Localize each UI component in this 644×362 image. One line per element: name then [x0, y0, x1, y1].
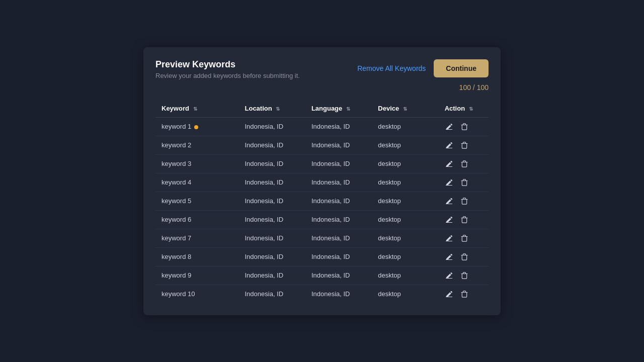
- location-cell: Indonesia, ID: [239, 117, 305, 136]
- language-cell: Indonesia, ID: [305, 136, 372, 154]
- keyword-cell: keyword 7: [155, 229, 239, 247]
- location-cell: Indonesia, ID: [239, 136, 305, 154]
- device-cell: desktop: [372, 285, 438, 303]
- svg-rect-8: [446, 278, 452, 279]
- preview-keywords-modal: Preview Keywords Review your added keywo…: [143, 47, 501, 315]
- keywords-table-container: Keyword ⇅ Location ⇅ Language ⇅ Device ⇅: [155, 100, 489, 303]
- keywords-table: Keyword ⇅ Location ⇅ Language ⇅ Device ⇅: [155, 100, 489, 303]
- location-cell: Indonesia, ID: [239, 154, 305, 173]
- keyword-cell: keyword 6: [155, 210, 239, 229]
- svg-rect-0: [446, 129, 452, 130]
- device-cell: desktop: [372, 210, 438, 229]
- delete-button[interactable]: [460, 215, 469, 224]
- action-cell: [439, 117, 489, 136]
- remove-all-keywords-button[interactable]: Remove All Keywords: [357, 62, 426, 74]
- language-cell: Indonesia, ID: [305, 210, 372, 229]
- svg-rect-1: [446, 148, 452, 148]
- delete-button[interactable]: [460, 159, 469, 168]
- svg-rect-5: [446, 222, 452, 223]
- language-cell: Indonesia, ID: [305, 285, 372, 303]
- modal-header: Preview Keywords Review your added keywo…: [155, 59, 489, 79]
- header-right: Remove All Keywords Continue: [357, 59, 489, 77]
- svg-rect-4: [446, 204, 452, 204]
- sort-icon-keyword[interactable]: ⇅: [193, 106, 197, 112]
- keyword-cell: keyword 3: [155, 154, 239, 173]
- delete-button[interactable]: [460, 290, 469, 299]
- edit-button[interactable]: [445, 290, 454, 299]
- table-row: keyword 5Indonesia, IDIndonesia, IDdeskt…: [155, 192, 489, 210]
- table-header: Keyword ⇅ Location ⇅ Language ⇅ Device ⇅: [155, 100, 489, 118]
- table-row: keyword 4Indonesia, IDIndonesia, IDdeskt…: [155, 173, 489, 192]
- keyword-count: 100 / 100: [155, 83, 489, 92]
- location-cell: Indonesia, ID: [239, 210, 305, 229]
- header-left: Preview Keywords Review your added keywo…: [155, 59, 300, 79]
- delete-button[interactable]: [460, 252, 469, 261]
- delete-button[interactable]: [460, 178, 469, 187]
- action-cell: [439, 229, 489, 247]
- edit-button[interactable]: [445, 252, 454, 261]
- action-cell: [439, 136, 489, 154]
- action-cell: [439, 192, 489, 210]
- column-header-location: Location ⇅: [239, 100, 305, 118]
- svg-rect-2: [446, 166, 452, 167]
- continue-button[interactable]: Continue: [434, 59, 489, 77]
- edit-button[interactable]: [445, 122, 454, 131]
- table-row: keyword 1Indonesia, IDIndonesia, IDdeskt…: [155, 117, 489, 136]
- language-cell: Indonesia, ID: [305, 229, 372, 247]
- table-row: keyword 6Indonesia, IDIndonesia, IDdeskt…: [155, 210, 489, 229]
- location-cell: Indonesia, ID: [239, 229, 305, 247]
- device-cell: desktop: [372, 247, 438, 266]
- table-row: keyword 2Indonesia, IDIndonesia, IDdeskt…: [155, 136, 489, 154]
- device-cell: desktop: [372, 117, 438, 136]
- device-cell: desktop: [372, 229, 438, 247]
- column-header-keyword: Keyword ⇅: [155, 100, 239, 118]
- action-cell: [439, 285, 489, 303]
- language-cell: Indonesia, ID: [305, 247, 372, 266]
- keyword-cell: keyword 8: [155, 247, 239, 266]
- table-body: keyword 1Indonesia, IDIndonesia, IDdeskt…: [155, 117, 489, 303]
- device-cell: desktop: [372, 136, 438, 154]
- column-header-language: Language ⇅: [305, 100, 372, 118]
- edit-button[interactable]: [445, 178, 454, 187]
- delete-button[interactable]: [460, 197, 469, 206]
- edit-button[interactable]: [445, 197, 454, 206]
- table-row: keyword 8Indonesia, IDIndonesia, IDdeskt…: [155, 247, 489, 266]
- location-cell: Indonesia, ID: [239, 173, 305, 192]
- svg-rect-6: [446, 241, 452, 241]
- modal-title: Preview Keywords: [155, 59, 300, 70]
- sort-icon-action[interactable]: ⇅: [469, 106, 473, 112]
- edit-button[interactable]: [445, 215, 454, 224]
- location-cell: Indonesia, ID: [239, 285, 305, 303]
- action-cell: [439, 247, 489, 266]
- action-cell: [439, 266, 489, 285]
- edit-button[interactable]: [445, 234, 454, 243]
- modal-subtitle: Review your added keywords before submit…: [155, 72, 300, 79]
- delete-button[interactable]: [460, 234, 469, 243]
- action-cell: [439, 210, 489, 229]
- sort-icon-language[interactable]: ⇅: [346, 106, 350, 112]
- device-cell: desktop: [372, 154, 438, 173]
- sort-icon-location[interactable]: ⇅: [276, 106, 280, 112]
- table-row: keyword 10Indonesia, IDIndonesia, IDdesk…: [155, 285, 489, 303]
- table-row: keyword 3Indonesia, IDIndonesia, IDdeskt…: [155, 154, 489, 173]
- delete-button[interactable]: [460, 122, 469, 131]
- keyword-cell: keyword 2: [155, 136, 239, 154]
- edit-button[interactable]: [445, 271, 454, 280]
- language-cell: Indonesia, ID: [305, 266, 372, 285]
- table-row: keyword 7Indonesia, IDIndonesia, IDdeskt…: [155, 229, 489, 247]
- keyword-cell: keyword 9: [155, 266, 239, 285]
- svg-rect-9: [446, 297, 452, 297]
- language-cell: Indonesia, ID: [305, 192, 372, 210]
- delete-button[interactable]: [460, 271, 469, 280]
- keyword-cell: keyword 5: [155, 192, 239, 210]
- delete-button[interactable]: [460, 141, 469, 150]
- svg-rect-3: [446, 185, 452, 186]
- edit-button[interactable]: [445, 141, 454, 150]
- location-cell: Indonesia, ID: [239, 266, 305, 285]
- keyword-cell: keyword 1: [155, 117, 239, 136]
- device-cell: desktop: [372, 266, 438, 285]
- table-row: keyword 9Indonesia, IDIndonesia, IDdeskt…: [155, 266, 489, 285]
- column-header-action: Action ⇅: [439, 100, 489, 118]
- sort-icon-device[interactable]: ⇅: [403, 106, 407, 112]
- edit-button[interactable]: [445, 159, 454, 168]
